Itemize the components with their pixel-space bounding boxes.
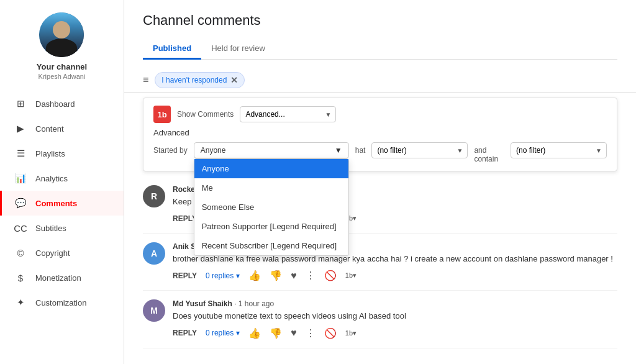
- chip-close-button[interactable]: ✕: [230, 75, 238, 85]
- replies-count[interactable]: 0 replies ▾: [206, 329, 240, 337]
- heart-icon[interactable]: ♥: [291, 270, 297, 281]
- hide-icon[interactable]: 🚫: [324, 270, 337, 281]
- reply-button[interactable]: REPLY: [173, 271, 197, 280]
- sidebar-item-copyright[interactable]: © Copyright: [0, 240, 124, 265]
- comment-actions: REPLY 0 replies ▾ 👍 👎 ♥ ⋮ 🚫 1b▾: [173, 327, 617, 339]
- copyright-icon: ©: [14, 247, 27, 259]
- no-filter-2-wrapper: (no filter) ▼: [511, 142, 607, 158]
- dropdown-option-anyone[interactable]: Anyone: [194, 159, 348, 178]
- sidebar-item-label-dashboard: Dashboard: [35, 99, 75, 109]
- sidebar-item-label-content: Content: [35, 124, 64, 134]
- started-by-dropdown-list: Anyone Me Someone Else Patreon Supporter…: [194, 158, 349, 256]
- advanced-panel: 1b Show Comments Advanced... ▼ Advanced …: [143, 98, 617, 171]
- comment-avatar: A: [143, 242, 165, 265]
- comment-actions: REPLY 0 replies ▾ 👍 👎 ♥ ⋮ 🚫 1b▾: [173, 270, 617, 281]
- show-comments-select-wrapper: Advanced... ▼: [240, 106, 336, 122]
- analytics-icon: 📊: [14, 172, 27, 184]
- main-content: Channel comments Published Held for revi…: [124, 0, 636, 364]
- dashboard-icon: ⊞: [14, 98, 27, 110]
- comment-avatar: M: [143, 299, 165, 322]
- comment-text: Does youtube monetize text to speech vid…: [173, 311, 617, 322]
- page-title: Channel comments: [143, 12, 617, 29]
- started-by-dropdown-container: Anyone ▼ Anyone Me Someone Else Patreon …: [194, 142, 349, 158]
- sidebar-profile: Your channel Kripesh Adwani: [37, 12, 87, 80]
- sidebar-item-label-playlists: Playlists: [35, 149, 65, 158]
- dropdown-option-recent-sub[interactable]: Recent Subscriber [Legend Required]: [194, 236, 348, 255]
- brand-icon: 1b: [153, 106, 171, 123]
- replies-count[interactable]: 0 replies ▾: [206, 271, 240, 280]
- thumbs-down-icon[interactable]: 👎: [270, 327, 282, 339]
- sidebar-item-label-copyright: Copyright: [35, 248, 70, 258]
- comments-icon: 💬: [14, 197, 27, 209]
- sidebar-item-label-analytics: Analytics: [35, 174, 68, 183]
- channel-name: Your channel: [37, 62, 87, 71]
- dropdown-option-me[interactable]: Me: [194, 178, 348, 198]
- customization-icon: ✦: [14, 296, 27, 309]
- filter-icon[interactable]: ≡: [143, 75, 148, 86]
- comment-body: Md Yusuf Shaikh · 1 hour ago Does youtub…: [173, 299, 617, 339]
- filter-chip-responded: I haven't responded ✕: [155, 72, 245, 88]
- playlists-icon: ☰: [14, 147, 27, 160]
- comment-time: 1 hour ago: [238, 299, 274, 308]
- heart-icon[interactable]: ♥: [291, 327, 297, 339]
- channel-sub: Kripesh Adwani: [39, 73, 86, 80]
- tab-published[interactable]: Published: [143, 39, 201, 60]
- brand-action-icon[interactable]: 1b▾: [345, 271, 357, 280]
- started-by-row: Started by Anyone ▼ Anyone Me Someone El…: [153, 142, 607, 163]
- dropdown-option-patreon[interactable]: Patreon Supporter [Legend Required]: [194, 217, 348, 236]
- sidebar-item-dashboard[interactable]: ⊞ Dashboard: [0, 91, 124, 116]
- started-by-dropdown-trigger[interactable]: Anyone ▼: [194, 142, 349, 158]
- comment-item: M Md Yusuf Shaikh · 1 hour ago Does yout…: [143, 291, 617, 348]
- content-icon: ▶: [14, 122, 27, 135]
- chevron-down-icon: ▾: [236, 329, 240, 337]
- no-filter-1-select[interactable]: (no filter): [371, 142, 468, 158]
- sidebar-item-label-comments: Comments: [35, 199, 77, 208]
- sidebar: Your channel Kripesh Adwani ⊞ Dashboard …: [0, 0, 124, 364]
- dropdown-option-someone-else[interactable]: Someone Else: [194, 198, 348, 217]
- sidebar-item-content[interactable]: ▶ Content: [0, 116, 124, 141]
- show-comments-select[interactable]: Advanced...: [240, 106, 336, 122]
- sidebar-item-subtitles[interactable]: CC Subtitles: [0, 216, 124, 240]
- reply-button[interactable]: REPLY: [173, 329, 197, 337]
- tabs-bar: Published Held for review: [143, 39, 617, 60]
- sidebar-item-label-monetization: Monetization: [35, 273, 81, 283]
- comment-author: Md Yusuf Shaikh: [173, 299, 232, 308]
- sidebar-nav: ⊞ Dashboard ▶ Content ☰ Playlists 📊 Anal…: [0, 91, 124, 315]
- and-contain-label: and contain: [474, 142, 504, 163]
- sidebar-item-monetization[interactable]: $ Monetization: [0, 265, 124, 290]
- dropdown-selected-value: Anyone: [201, 146, 226, 155]
- comment-avatar: R: [143, 185, 165, 207]
- thumbs-up-icon[interactable]: 👍: [248, 327, 261, 339]
- sidebar-item-comments[interactable]: 💬 Comments: [0, 191, 124, 216]
- brand-action-icon[interactable]: 1b▾: [345, 329, 357, 337]
- main-header: Channel comments Published Held for revi…: [124, 0, 636, 60]
- filter-bar: ≡ I haven't responded ✕: [124, 68, 636, 93]
- dropdown-arrow-icon: ▼: [335, 146, 342, 155]
- show-comments-label: Show Comments: [177, 110, 234, 119]
- sidebar-item-playlists[interactable]: ☰ Playlists: [0, 141, 124, 166]
- subtitles-icon: CC: [14, 222, 27, 234]
- avatar: [39, 12, 84, 57]
- hide-icon[interactable]: 🚫: [324, 327, 337, 339]
- no-filter-1-wrapper: (no filter) ▼: [371, 142, 468, 158]
- sidebar-item-analytics[interactable]: 📊 Analytics: [0, 166, 124, 191]
- chevron-down-icon: ▾: [236, 271, 240, 280]
- sidebar-item-customization[interactable]: ✦ Customization: [0, 290, 124, 315]
- tab-held[interactable]: Held for review: [201, 39, 275, 60]
- started-by-label: Started by: [153, 142, 188, 155]
- comment-meta: Md Yusuf Shaikh · 1 hour ago: [173, 299, 617, 308]
- sidebar-item-label-subtitles: Subtitles: [35, 224, 66, 233]
- monetization-icon: $: [14, 271, 27, 284]
- thumbs-down-icon[interactable]: 👎: [270, 270, 282, 281]
- more-options-icon[interactable]: ⋮: [306, 327, 316, 339]
- advanced-label: Advanced: [153, 128, 607, 137]
- thumbs-up-icon[interactable]: 👍: [248, 270, 261, 281]
- sidebar-item-label-customization: Customization: [35, 298, 86, 307]
- more-options-icon[interactable]: ⋮: [306, 270, 316, 281]
- no-filter-2-select[interactable]: (no filter): [511, 142, 607, 158]
- chip-label: I haven't responded: [161, 76, 227, 84]
- hat-label: hat: [355, 142, 366, 155]
